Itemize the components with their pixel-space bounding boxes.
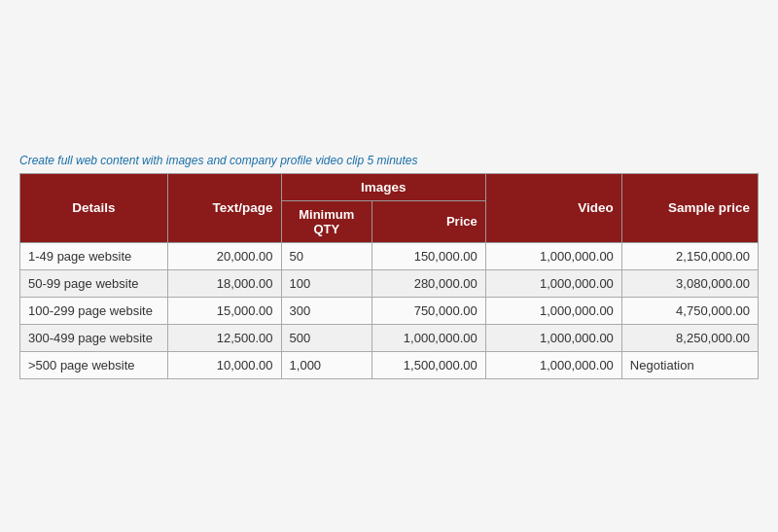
th-images: Images [281,173,485,200]
text-per-page-cell: 15,000.00 [167,297,281,324]
details-cell: 50-99 page website [20,269,168,297]
sample-cell: 3,080,000.00 [621,269,758,297]
th-sample-price: Sample price [621,173,758,242]
table-body: 1-49 page website 20,000.00 50 150,000.0… [20,242,759,378]
table-row: 100-299 page website 15,000.00 300 750,0… [20,297,759,324]
pricing-table: Details Text/page Images Video Sample pr… [19,173,759,379]
th-price: Price [371,200,485,242]
details-cell: 1-49 page website [20,242,168,269]
video-cell: 1,000,000.00 [485,351,621,378]
sample-cell: 2,150,000.00 [621,242,758,269]
table-row: >500 page website 10,000.00 1,000 1,500,… [20,351,759,378]
subtitle: Create full web content with images and … [19,154,759,167]
details-cell: 300-499 page website [20,324,168,351]
price-cell: 1,500,000.00 [371,351,485,378]
th-details: Details [20,173,168,242]
min-qty-cell: 300 [281,297,371,324]
video-cell: 1,000,000.00 [485,324,621,351]
text-per-page-cell: 10,000.00 [167,351,281,378]
video-cell: 1,000,000.00 [485,269,621,297]
price-cell: 280,000.00 [371,269,485,297]
sample-cell: 4,750,000.00 [621,297,758,324]
sample-cell: 8,250,000.00 [621,324,758,351]
header-row-1: Details Text/page Images Video Sample pr… [20,173,759,200]
price-cell: 1,000,000.00 [371,324,485,351]
text-per-page-cell: 12,500.00 [167,324,281,351]
th-video: Video [485,173,621,242]
min-qty-cell: 50 [281,242,371,269]
details-cell: >500 page website [20,351,168,378]
table-row: 1-49 page website 20,000.00 50 150,000.0… [20,242,759,269]
price-cell: 750,000.00 [371,297,485,324]
text-per-page-cell: 18,000.00 [167,269,281,297]
min-qty-cell: 1,000 [281,351,371,378]
sample-cell: Negotiation [621,351,758,378]
min-qty-cell: 500 [281,324,371,351]
details-cell: 100-299 page website [20,297,168,324]
min-qty-cell: 100 [281,269,371,297]
main-container: Create full web content with images and … [19,154,759,379]
video-cell: 1,000,000.00 [485,242,621,269]
text-per-page-cell: 20,000.00 [167,242,281,269]
th-text-page: Text/page [167,173,281,242]
price-cell: 150,000.00 [371,242,485,269]
table-row: 50-99 page website 18,000.00 100 280,000… [20,269,759,297]
th-min-qty: Minimum QTY [281,200,371,242]
video-cell: 1,000,000.00 [485,297,621,324]
table-row: 300-499 page website 12,500.00 500 1,000… [20,324,759,351]
